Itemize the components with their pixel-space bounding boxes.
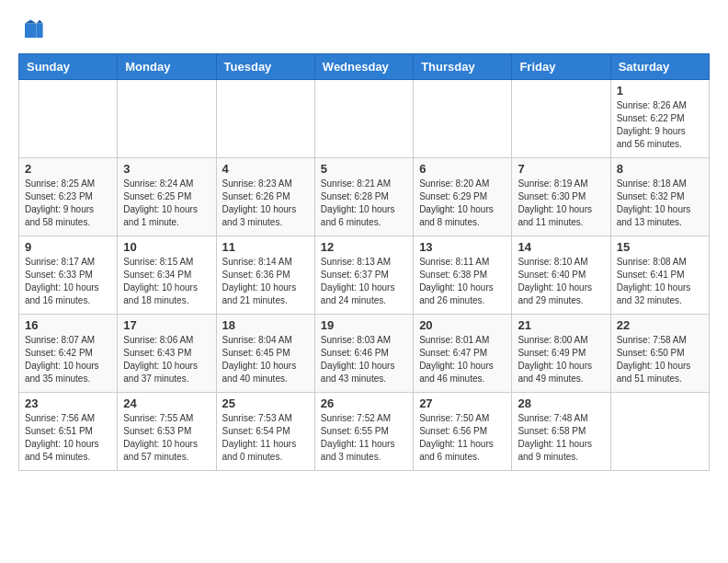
day-info: Sunrise: 8:24 AM Sunset: 6:25 PM Dayligh… xyxy=(123,178,210,229)
day-number: 23 xyxy=(25,396,111,410)
day-info: Sunrise: 7:56 AM Sunset: 6:51 PM Dayligh… xyxy=(25,412,111,464)
day-number: 14 xyxy=(518,240,604,254)
header xyxy=(18,18,710,44)
logo-icon xyxy=(18,18,44,44)
day-number: 10 xyxy=(123,240,210,254)
day-cell: 16Sunrise: 8:07 AM Sunset: 6:42 PM Dayli… xyxy=(19,315,118,393)
day-cell: 23Sunrise: 7:56 AM Sunset: 6:51 PM Dayli… xyxy=(19,393,118,471)
day-cell: 11Sunrise: 8:14 AM Sunset: 6:36 PM Dayli… xyxy=(216,236,314,315)
day-cell: 3Sunrise: 8:24 AM Sunset: 6:25 PM Daylig… xyxy=(118,158,216,236)
day-info: Sunrise: 8:25 AM Sunset: 6:23 PM Dayligh… xyxy=(25,178,111,229)
day-number: 22 xyxy=(617,318,703,332)
day-number: 26 xyxy=(321,396,407,410)
day-info: Sunrise: 8:06 AM Sunset: 6:43 PM Dayligh… xyxy=(123,334,210,385)
day-cell xyxy=(314,80,413,158)
weekday-saturday: Saturday xyxy=(610,54,709,80)
day-info: Sunrise: 8:19 AM Sunset: 6:30 PM Dayligh… xyxy=(518,178,604,229)
svg-marker-3 xyxy=(25,19,37,23)
day-cell: 8Sunrise: 8:18 AM Sunset: 6:32 PM Daylig… xyxy=(610,158,709,236)
day-number: 9 xyxy=(25,240,111,254)
week-row-4: 16Sunrise: 8:07 AM Sunset: 6:42 PM Dayli… xyxy=(19,315,710,393)
day-info: Sunrise: 8:00 AM Sunset: 6:49 PM Dayligh… xyxy=(518,334,604,385)
day-cell: 9Sunrise: 8:17 AM Sunset: 6:33 PM Daylig… xyxy=(19,236,118,315)
day-cell: 26Sunrise: 7:52 AM Sunset: 6:55 PM Dayli… xyxy=(314,393,413,471)
day-info: Sunrise: 8:23 AM Sunset: 6:26 PM Dayligh… xyxy=(222,178,309,229)
day-number: 19 xyxy=(321,318,407,332)
day-number: 8 xyxy=(617,162,703,176)
day-info: Sunrise: 8:21 AM Sunset: 6:28 PM Dayligh… xyxy=(321,178,407,229)
day-info: Sunrise: 7:50 AM Sunset: 6:56 PM Dayligh… xyxy=(419,412,506,464)
day-number: 5 xyxy=(321,162,407,176)
day-info: Sunrise: 8:17 AM Sunset: 6:33 PM Dayligh… xyxy=(25,256,111,307)
week-row-5: 23Sunrise: 7:56 AM Sunset: 6:51 PM Dayli… xyxy=(19,393,710,471)
weekday-wednesday: Wednesday xyxy=(314,54,413,80)
day-cell: 25Sunrise: 7:53 AM Sunset: 6:54 PM Dayli… xyxy=(216,393,314,471)
day-cell: 19Sunrise: 8:03 AM Sunset: 6:46 PM Dayli… xyxy=(314,315,413,393)
day-number: 15 xyxy=(617,240,703,254)
day-info: Sunrise: 8:15 AM Sunset: 6:34 PM Dayligh… xyxy=(123,256,210,307)
day-number: 2 xyxy=(25,162,111,176)
day-cell: 6Sunrise: 8:20 AM Sunset: 6:29 PM Daylig… xyxy=(414,158,512,236)
day-cell: 7Sunrise: 8:19 AM Sunset: 6:30 PM Daylig… xyxy=(512,158,610,236)
weekday-sunday: Sunday xyxy=(19,54,118,80)
day-info: Sunrise: 8:07 AM Sunset: 6:42 PM Dayligh… xyxy=(25,334,111,385)
day-cell: 14Sunrise: 8:10 AM Sunset: 6:40 PM Dayli… xyxy=(512,236,610,315)
day-number: 4 xyxy=(222,162,309,176)
svg-marker-0 xyxy=(37,24,43,38)
day-cell: 22Sunrise: 7:58 AM Sunset: 6:50 PM Dayli… xyxy=(610,315,709,393)
day-number: 6 xyxy=(419,162,506,176)
day-cell: 24Sunrise: 7:55 AM Sunset: 6:53 PM Dayli… xyxy=(118,393,216,471)
day-cell xyxy=(216,80,314,158)
day-info: Sunrise: 8:14 AM Sunset: 6:36 PM Dayligh… xyxy=(222,256,309,307)
day-number: 28 xyxy=(518,396,604,410)
day-cell: 21Sunrise: 8:00 AM Sunset: 6:49 PM Dayli… xyxy=(512,315,610,393)
day-info: Sunrise: 8:01 AM Sunset: 6:47 PM Dayligh… xyxy=(419,334,506,385)
day-cell: 28Sunrise: 7:48 AM Sunset: 6:58 PM Dayli… xyxy=(512,393,610,471)
day-info: Sunrise: 8:10 AM Sunset: 6:40 PM Dayligh… xyxy=(518,256,604,307)
day-cell: 12Sunrise: 8:13 AM Sunset: 6:37 PM Dayli… xyxy=(314,236,413,315)
day-number: 21 xyxy=(518,318,604,332)
day-number: 13 xyxy=(419,240,506,254)
day-cell: 15Sunrise: 8:08 AM Sunset: 6:41 PM Dayli… xyxy=(610,236,709,315)
day-cell: 20Sunrise: 8:01 AM Sunset: 6:47 PM Dayli… xyxy=(414,315,512,393)
logo xyxy=(18,18,48,44)
day-info: Sunrise: 8:04 AM Sunset: 6:45 PM Dayligh… xyxy=(222,334,309,385)
day-number: 7 xyxy=(518,162,604,176)
svg-rect-2 xyxy=(25,24,37,38)
weekday-header-row: SundayMondayTuesdayWednesdayThursdayFrid… xyxy=(19,54,710,80)
day-number: 17 xyxy=(123,318,210,332)
day-info: Sunrise: 7:52 AM Sunset: 6:55 PM Dayligh… xyxy=(321,412,407,464)
day-number: 11 xyxy=(222,240,309,254)
day-cell: 13Sunrise: 8:11 AM Sunset: 6:38 PM Dayli… xyxy=(414,236,512,315)
day-info: Sunrise: 8:20 AM Sunset: 6:29 PM Dayligh… xyxy=(419,178,506,229)
day-cell: 5Sunrise: 8:21 AM Sunset: 6:28 PM Daylig… xyxy=(314,158,413,236)
weekday-tuesday: Tuesday xyxy=(216,54,314,80)
day-info: Sunrise: 8:08 AM Sunset: 6:41 PM Dayligh… xyxy=(617,256,703,307)
day-number: 18 xyxy=(222,318,309,332)
day-info: Sunrise: 7:55 AM Sunset: 6:53 PM Dayligh… xyxy=(123,412,210,464)
day-cell: 18Sunrise: 8:04 AM Sunset: 6:45 PM Dayli… xyxy=(216,315,314,393)
day-info: Sunrise: 7:48 AM Sunset: 6:58 PM Dayligh… xyxy=(518,412,604,464)
day-info: Sunrise: 8:11 AM Sunset: 6:38 PM Dayligh… xyxy=(419,256,506,307)
day-info: Sunrise: 7:58 AM Sunset: 6:50 PM Dayligh… xyxy=(617,334,703,385)
day-number: 1 xyxy=(617,84,703,98)
day-info: Sunrise: 8:18 AM Sunset: 6:32 PM Dayligh… xyxy=(617,178,703,229)
day-number: 20 xyxy=(419,318,506,332)
svg-marker-1 xyxy=(37,19,43,23)
day-number: 16 xyxy=(25,318,111,332)
day-number: 27 xyxy=(419,396,506,410)
day-cell: 4Sunrise: 8:23 AM Sunset: 6:26 PM Daylig… xyxy=(216,158,314,236)
day-number: 25 xyxy=(222,396,309,410)
day-cell xyxy=(512,80,610,158)
weekday-thursday: Thursday xyxy=(414,54,512,80)
day-cell xyxy=(610,393,709,471)
week-row-2: 2Sunrise: 8:25 AM Sunset: 6:23 PM Daylig… xyxy=(19,158,710,236)
day-cell: 1Sunrise: 8:26 AM Sunset: 6:22 PM Daylig… xyxy=(610,80,709,158)
calendar: SundayMondayTuesdayWednesdayThursdayFrid… xyxy=(18,53,710,471)
weekday-friday: Friday xyxy=(512,54,610,80)
week-row-3: 9Sunrise: 8:17 AM Sunset: 6:33 PM Daylig… xyxy=(19,236,710,315)
week-row-1: 1Sunrise: 8:26 AM Sunset: 6:22 PM Daylig… xyxy=(19,80,710,158)
day-cell: 2Sunrise: 8:25 AM Sunset: 6:23 PM Daylig… xyxy=(19,158,118,236)
day-number: 24 xyxy=(123,396,210,410)
day-cell: 27Sunrise: 7:50 AM Sunset: 6:56 PM Dayli… xyxy=(414,393,512,471)
